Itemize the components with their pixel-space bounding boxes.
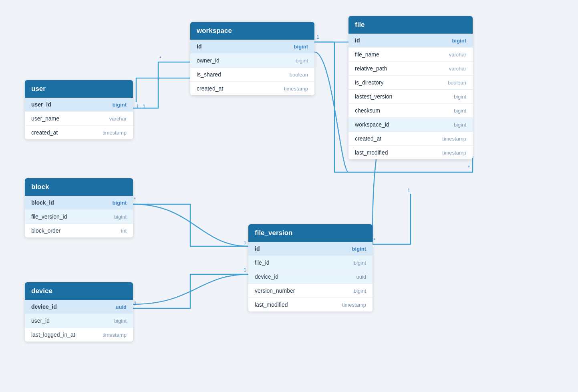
table-row: device_id uuid bbox=[248, 270, 373, 284]
table-file-version-body: id bigint file_id bigint device_id uuid … bbox=[248, 242, 373, 312]
table-row: relative_path varchar bbox=[348, 62, 473, 76]
table-row: id bigint bbox=[190, 40, 314, 54]
card-block-fv-star: * bbox=[134, 196, 136, 202]
table-row: last_logged_in_at timestamp bbox=[25, 328, 133, 342]
card-workspace-file-1: 1 bbox=[316, 34, 319, 40]
table-row: is_shared boolean bbox=[190, 68, 314, 82]
table-row: created_at timestamp bbox=[190, 82, 314, 95]
table-file-version: file_version id bigint file_id bigint de… bbox=[248, 224, 373, 312]
card-workspace-file-star: * bbox=[468, 164, 470, 170]
table-row: workspace_id bigint bbox=[348, 118, 473, 132]
table-workspace-header: workspace bbox=[190, 22, 314, 40]
table-row: created_at timestamp bbox=[25, 126, 133, 139]
card-device-fv-1: 1 bbox=[134, 300, 137, 306]
card-fv-file-star: * bbox=[373, 237, 375, 243]
card-block-fv-1: 1 bbox=[244, 239, 246, 245]
table-file-body: id bigint file_name varchar relative_pat… bbox=[348, 34, 473, 159]
table-row: checksum bigint bbox=[348, 104, 473, 118]
table-row: created_at timestamp bbox=[348, 132, 473, 146]
table-row: user_name varchar bbox=[25, 112, 133, 126]
table-block-body: block_id bigint file_version_id bigint b… bbox=[25, 196, 133, 237]
card-workspace-user-1b: 1 bbox=[143, 103, 145, 109]
table-row: user_id bigint bbox=[25, 314, 133, 328]
table-block-header: block bbox=[25, 178, 133, 196]
table-row: id bigint bbox=[348, 34, 473, 48]
table-device: device device_id uuid user_id bigint las… bbox=[25, 282, 133, 342]
table-file: file id bigint file_name varchar relativ… bbox=[348, 16, 473, 159]
table-row: lastest_version bigint bbox=[348, 90, 473, 104]
table-row: user_id bigint bbox=[25, 98, 133, 112]
table-file-version-header: file_version bbox=[248, 224, 373, 242]
table-block: block block_id bigint file_version_id bi… bbox=[25, 178, 133, 237]
card-workspace-user-1a: 1 bbox=[136, 103, 139, 109]
card-fv-file-1: 1 bbox=[407, 187, 410, 193]
table-workspace-body: id bigint owner_id bigint is_shared bool… bbox=[190, 40, 314, 95]
table-row: file_version_id bigint bbox=[25, 210, 133, 224]
table-file-header: file bbox=[348, 16, 473, 34]
table-device-body: device_id uuid user_id bigint last_logge… bbox=[25, 300, 133, 342]
table-user-header: user bbox=[25, 80, 133, 98]
table-workspace: workspace id bigint owner_id bigint is_s… bbox=[190, 22, 314, 95]
table-row: is_directory boolean bbox=[348, 76, 473, 90]
card-device-fv-star: 1 bbox=[244, 267, 246, 273]
table-row: last_modified timestamp bbox=[248, 298, 373, 312]
card-workspace-user-star: * bbox=[159, 55, 161, 61]
table-row: block_order int bbox=[25, 224, 133, 237]
table-row: device_id uuid bbox=[25, 300, 133, 314]
table-row: block_id bigint bbox=[25, 196, 133, 210]
table-row: owner_id bigint bbox=[190, 54, 314, 68]
table-user: user user_id bigint user_name varchar cr… bbox=[25, 80, 133, 139]
table-row: last_modified timestamp bbox=[348, 146, 473, 159]
table-row: file_name varchar bbox=[348, 48, 473, 62]
table-row: id bigint bbox=[248, 242, 373, 256]
table-row: version_number bigint bbox=[248, 284, 373, 298]
table-user-body: user_id bigint user_name varchar created… bbox=[25, 98, 133, 139]
table-device-header: device bbox=[25, 282, 133, 300]
erd-canvas: * 1 1 1 * * 1 1 1 * 1 user user_id bigin… bbox=[0, 0, 578, 392]
table-row: file_id bigint bbox=[248, 256, 373, 270]
